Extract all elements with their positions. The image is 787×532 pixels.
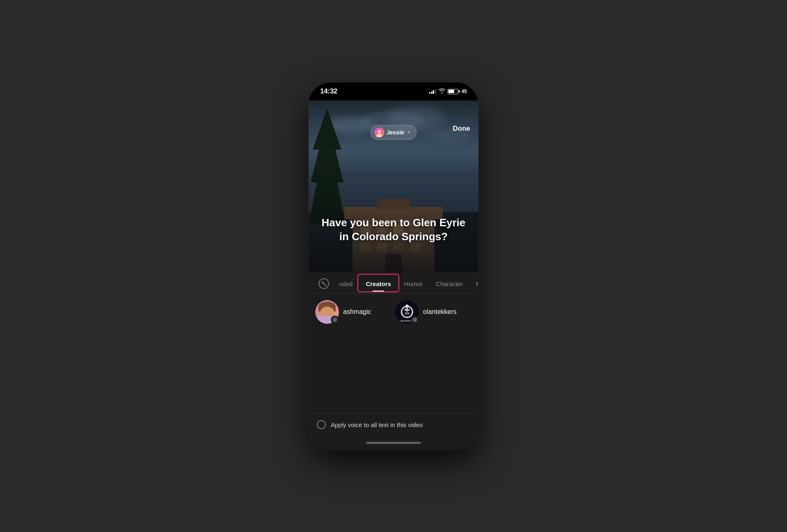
creator-username-olantekkers: olantekkers (423, 308, 457, 316)
home-bar (366, 442, 421, 444)
tab-character[interactable]: Character (429, 275, 469, 291)
video-preview: Done (309, 100, 478, 273)
creator-item-ashmagic[interactable]: ↓ ashmagic (315, 300, 392, 324)
apply-voice-radio[interactable] (317, 420, 326, 429)
tab-block[interactable] (315, 273, 332, 293)
tab-humor[interactable]: Humor (398, 275, 429, 291)
bottom-sheet: nded Creators Humor Character Narra... (309, 273, 478, 450)
creator-item-olantekkers[interactable]: OLAN OLANT (395, 300, 472, 324)
creator-username-ashmagic: ashmagic (343, 308, 371, 316)
question-text: Have you been to Glen Eyrie in Colorado … (309, 216, 478, 244)
header-overlay: Done (309, 118, 478, 139)
block-icon (318, 278, 329, 289)
tab-nded[interactable]: nded (332, 275, 359, 291)
done-button[interactable]: Done (453, 125, 471, 133)
phone-frame: 14:32 45 (309, 82, 478, 450)
creator-avatar-olantekkers: OLAN OLANT (395, 300, 419, 324)
phone-inner: 14:32 45 (309, 82, 478, 450)
creators-grid: ↓ ashmagic (309, 293, 478, 330)
desktop-background: 14:32 45 (0, 0, 787, 532)
battery-fill (448, 90, 454, 93)
signal-bar-1 (429, 92, 430, 94)
status-icons: 45 (429, 89, 467, 95)
download-icon-2: ↓ (412, 317, 417, 322)
category-tabs: nded Creators Humor Character Narra... (309, 273, 478, 293)
tab-creators[interactable]: Creators (359, 275, 398, 291)
home-indicator (309, 436, 478, 450)
battery-text: 45 (462, 89, 467, 94)
signal-bars-icon (429, 89, 436, 94)
block-slash-icon (321, 281, 326, 286)
status-bar: 14:32 45 (309, 82, 478, 100)
download-icon: ↓ (332, 317, 337, 322)
signal-bar-3 (433, 90, 434, 94)
signal-bar-2 (431, 91, 432, 94)
tab-narra[interactable]: Narra... (469, 275, 478, 291)
status-time: 14:32 (320, 87, 337, 95)
apply-voice-label: Apply voice to all text in this video (331, 421, 423, 428)
wifi-icon (439, 89, 445, 95)
content-spacer (309, 330, 478, 413)
olantekkers-download-badge: ↓ (411, 316, 419, 324)
battery-icon (448, 89, 458, 94)
signal-bar-4 (435, 89, 436, 94)
ashmagic-download-badge: ↓ (331, 316, 339, 324)
apply-voice-section[interactable]: Apply voice to all text in this video (309, 413, 478, 436)
creator-avatar-ashmagic: ↓ (315, 300, 339, 324)
